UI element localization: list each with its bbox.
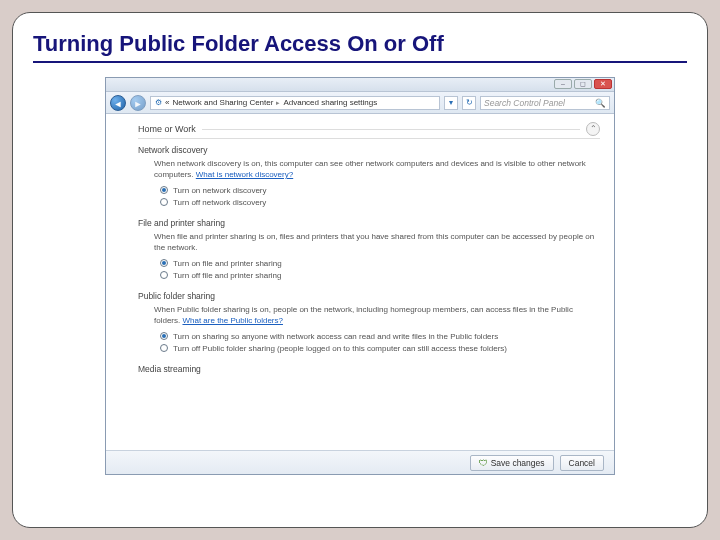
section-media-streaming: Media streaming [138,364,600,374]
radio-label: Turn on network discovery [173,185,267,196]
maximize-button[interactable]: ◻ [574,79,592,89]
shield-icon: 🛡 [479,456,488,470]
radio-icon [160,332,168,340]
section-title: File and printer sharing [138,218,600,228]
button-label: Cancel [569,456,595,470]
search-placeholder: Search Control Panel [484,98,565,108]
network-icon: ⚙ [155,98,162,107]
close-button[interactable]: ✕ [594,79,612,89]
profile-header: Home or Work ⌃ [138,122,600,139]
window-titlebar: – ◻ ✕ [106,78,614,92]
dropdown-button[interactable]: ▾ [444,96,458,110]
minimize-button[interactable]: – [554,79,572,89]
slide-title: Turning Public Folder Access On or Off [33,31,687,63]
radio-label: Turn on file and printer sharing [173,258,282,269]
section-public-folder-sharing: Public folder sharing When Public folder… [138,291,600,354]
crumb-network-sharing[interactable]: Network and Sharing Center [172,98,273,107]
footer-bar: 🛡 Save changes Cancel [106,450,614,474]
control-panel-window: – ◻ ✕ ◄ ► ⚙ « Network and Sharing Center… [105,77,615,475]
radio-label: Turn off network discovery [173,197,266,208]
refresh-button[interactable]: ↻ [462,96,476,110]
section-title: Media streaming [138,364,600,374]
section-description: When file and printer sharing is on, fil… [154,231,600,253]
radio-icon [160,259,168,267]
crumb-advanced-sharing[interactable]: Advanced sharing settings [283,98,377,107]
radio-publicfolder-on[interactable]: Turn on sharing so anyone with network a… [160,331,600,342]
radio-icon [160,344,168,352]
search-input[interactable]: Search Control Panel 🔍 [480,96,610,110]
radio-discovery-off[interactable]: Turn off network discovery [160,197,600,208]
section-file-printer-sharing: File and printer sharing When file and p… [138,218,600,281]
breadcrumb[interactable]: ⚙ « Network and Sharing Center ▸ Advance… [150,96,440,110]
radio-icon [160,198,168,206]
radio-icon [160,271,168,279]
slide-frame: Turning Public Folder Access On or Off –… [12,12,708,528]
radio-fileprint-on[interactable]: Turn on file and printer sharing [160,258,600,269]
link-what-is-discovery[interactable]: What is network discovery? [196,170,293,179]
nav-toolbar: ◄ ► ⚙ « Network and Sharing Center ▸ Adv… [106,92,614,114]
link-what-are-public-folders[interactable]: What are the Public folders? [182,316,283,325]
section-description: When network discovery is on, this compu… [154,158,600,180]
forward-button[interactable]: ► [130,95,146,111]
radio-label: Turn off Public folder sharing (people l… [173,343,507,354]
search-icon: 🔍 [595,98,606,108]
chevron-right-icon: ▸ [276,99,280,107]
cancel-button[interactable]: Cancel [560,455,604,471]
radio-label: Turn on sharing so anyone with network a… [173,331,498,342]
radio-discovery-on[interactable]: Turn on network discovery [160,185,600,196]
profile-name: Home or Work [138,124,196,134]
radio-label: Turn off file and printer sharing [173,270,282,281]
radio-icon [160,186,168,194]
collapse-button[interactable]: ⌃ [586,122,600,136]
radio-publicfolder-off[interactable]: Turn off Public folder sharing (people l… [160,343,600,354]
save-changes-button[interactable]: 🛡 Save changes [470,455,554,471]
crumb-prefix: « [165,98,169,107]
back-button[interactable]: ◄ [110,95,126,111]
section-title: Public folder sharing [138,291,600,301]
radio-fileprint-off[interactable]: Turn off file and printer sharing [160,270,600,281]
button-label: Save changes [491,456,545,470]
section-description: When Public folder sharing is on, people… [154,304,600,326]
section-network-discovery: Network discovery When network discovery… [138,145,600,208]
section-title: Network discovery [138,145,600,155]
settings-content: Home or Work ⌃ Network discovery When ne… [106,114,614,450]
